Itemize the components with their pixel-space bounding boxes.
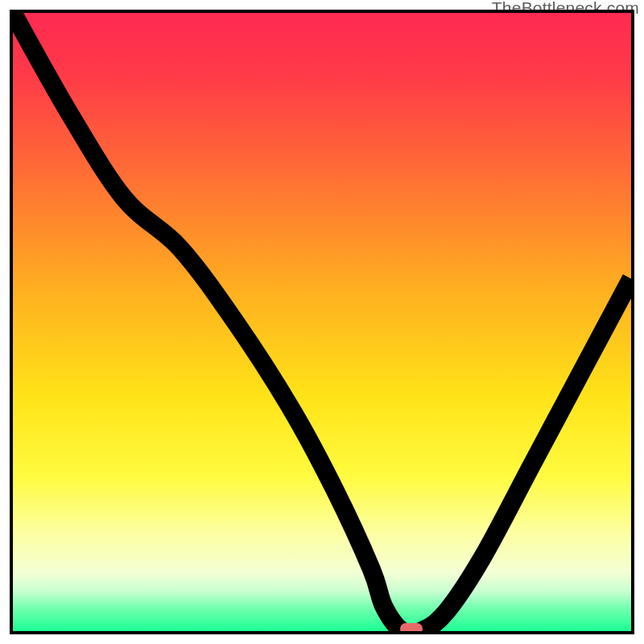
plot-area — [10, 10, 634, 634]
svg-rect-0 — [13, 13, 631, 631]
minimum-marker — [400, 623, 423, 634]
gradient-background — [13, 13, 631, 631]
bottleneck-chart: TheBottleneck.com — [0, 0, 644, 644]
